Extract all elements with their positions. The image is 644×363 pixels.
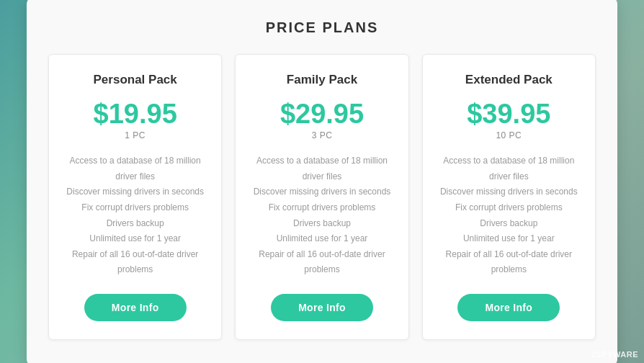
feature-item: Repair of all 16 out-of-date driver prob…: [250, 247, 393, 278]
feature-item: Drivers backup: [63, 216, 207, 232]
plan-features-personal: Access to a database of 18 million drive…: [63, 153, 207, 278]
plans-container: Personal Pack$19.951 PCAccess to a datab…: [48, 54, 596, 340]
feature-item: Unlimited use for 1 year: [250, 231, 393, 247]
feature-item: Discover missing drivers in seconds: [250, 184, 393, 200]
plan-pc-extended: 10 PC: [496, 130, 522, 140]
feature-item: Discover missing drivers in seconds: [63, 184, 207, 200]
plan-name-family: Family Pack: [287, 73, 357, 87]
plan-name-personal: Personal Pack: [94, 73, 177, 87]
plan-card-personal: Personal Pack$19.951 PCAccess to a datab…: [48, 54, 222, 340]
feature-item: Access to a database of 18 million drive…: [63, 153, 207, 184]
feature-item: Fix corrupt drivers problems: [437, 200, 581, 216]
feature-item: Repair of all 16 out-of-date driver prob…: [437, 247, 581, 278]
feature-item: Access to a database of 18 million drive…: [437, 153, 581, 184]
feature-item: Discover missing drivers in seconds: [437, 184, 581, 200]
feature-item: Drivers backup: [437, 216, 581, 232]
feature-item: Unlimited use for 1 year: [437, 231, 581, 247]
feature-item: Fix corrupt drivers problems: [63, 200, 207, 216]
more-info-button-personal[interactable]: More Info: [84, 294, 187, 321]
main-card: PRICE PLANS Personal Pack$19.951 PCAcces…: [27, 0, 617, 363]
plan-features-family: Access to a database of 18 million drive…: [250, 153, 393, 278]
plan-pc-family: 3 PC: [312, 130, 333, 140]
more-info-button-family[interactable]: More Info: [271, 294, 373, 321]
plan-card-extended: Extended Pack$39.9510 PCAccess to a data…: [422, 54, 596, 340]
plan-card-family: Family Pack$29.953 PCAccess to a databas…: [235, 54, 408, 340]
feature-item: Drivers backup: [250, 216, 393, 232]
feature-item: Access to a database of 18 million drive…: [250, 153, 393, 184]
plan-price-family: $29.95: [280, 100, 364, 127]
plan-price-personal: $19.95: [94, 100, 177, 127]
feature-item: Repair of all 16 out-of-date driver prob…: [63, 247, 207, 278]
watermark: 2SPYWARE: [591, 350, 638, 359]
feature-item: Fix corrupt drivers problems: [250, 200, 393, 216]
plan-price-extended: $39.95: [467, 100, 550, 127]
feature-item: Unlimited use for 1 year: [63, 231, 207, 247]
plan-pc-personal: 1 PC: [125, 130, 146, 140]
more-info-button-extended[interactable]: More Info: [457, 294, 560, 321]
plan-name-extended: Extended Pack: [465, 73, 553, 87]
plan-features-extended: Access to a database of 18 million drive…: [437, 153, 581, 278]
page-title: PRICE PLANS: [48, 19, 596, 36]
